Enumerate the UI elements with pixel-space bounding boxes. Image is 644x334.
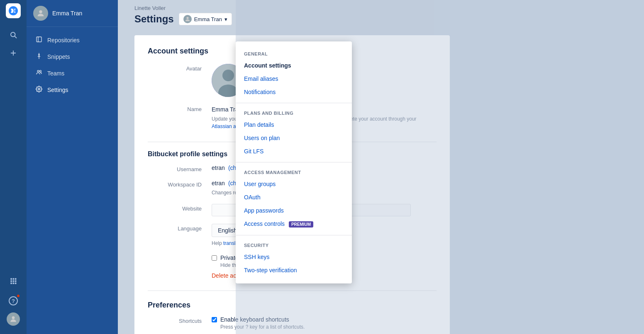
repositories-icon [35, 36, 43, 44]
help-button[interactable]: ? [5, 293, 22, 309]
menu-item-plan-details[interactable]: Plan details [236, 118, 352, 131]
apps-button[interactable] [5, 273, 22, 289]
svg-rect-13 [15, 283, 17, 284]
svg-rect-10 [15, 281, 17, 282]
sidebar: Emma Tran Repositories Snippets [27, 0, 118, 334]
snippets-label: Snippets [47, 53, 70, 60]
menu-section-general: GENERAL [236, 48, 352, 59]
menu-item-app-passwords[interactable]: App passwords [236, 204, 352, 217]
teams-label: Teams [47, 70, 64, 77]
main-content: Linette Voller Settings Emma Tran ▾ GENE… [118, 0, 644, 334]
menu-item-oauth[interactable]: OAuth [236, 191, 352, 204]
snippets-icon [35, 53, 43, 61]
teams-icon [35, 69, 43, 77]
app-logo[interactable] [6, 3, 21, 18]
workspace-id-value: etran [212, 180, 225, 186]
menu-section-security: SECURITY [236, 240, 352, 250]
private-profile-checkbox[interactable] [212, 255, 217, 261]
sidebar-item-teams[interactable]: Teams [28, 65, 116, 82]
create-button[interactable] [5, 45, 22, 61]
avatar-label: Avatar [148, 64, 202, 72]
menu-item-notifications[interactable]: Notifications [236, 85, 352, 99]
page-title: Settings [134, 13, 174, 25]
svg-line-2 [15, 36, 16, 38]
username-value: etran [212, 165, 225, 171]
settings-icon [35, 86, 43, 94]
sidebar-item-snippets[interactable]: Snippets [28, 48, 116, 65]
svg-point-24 [38, 88, 40, 90]
user-switcher-chevron: ▾ [224, 16, 227, 22]
sidebar-nav: Repositories Snippets [27, 27, 118, 334]
svg-rect-8 [10, 281, 12, 282]
sidebar-item-settings[interactable]: Settings [28, 82, 116, 98]
menu-item-two-step[interactable]: Two-step verification [236, 264, 352, 277]
svg-point-25 [186, 17, 188, 19]
menu-item-ssh-keys[interactable]: SSH keys [236, 250, 352, 264]
private-profile-label-empty [148, 254, 202, 256]
name-label: Name [148, 104, 202, 112]
menu-divider-3 [236, 235, 352, 235]
icon-bar: ? [0, 0, 27, 334]
sidebar-user: Emma Tran [27, 0, 118, 27]
svg-point-14 [12, 316, 15, 319]
svg-point-22 [37, 70, 39, 72]
repositories-label: Repositories [47, 37, 80, 44]
menu-item-git-lfs[interactable]: Git LFS [236, 145, 352, 158]
premium-badge: PREMIUM [289, 221, 313, 228]
user-switcher-label: Emma Tran [194, 16, 222, 22]
menu-item-email-aliases[interactable]: Email aliases [236, 72, 352, 85]
language-label: Language [148, 224, 202, 232]
workspace-id-label: Workspace ID [148, 180, 202, 188]
search-button[interactable] [5, 27, 22, 43]
svg-rect-9 [13, 281, 15, 282]
menu-item-access-controls[interactable]: Access controls PREMIUM [236, 217, 352, 231]
shortcuts-label: Shortcuts [148, 316, 202, 324]
svg-rect-16 [37, 37, 41, 42]
settings-label: Settings [47, 87, 68, 93]
menu-item-user-groups[interactable]: User groups [236, 177, 352, 191]
menu-divider-2 [236, 162, 352, 162]
svg-rect-7 [15, 278, 17, 280]
sidebar-user-avatar [33, 6, 48, 21]
sidebar-user-name: Emma Tran [52, 10, 82, 17]
svg-rect-12 [13, 283, 15, 284]
svg-point-23 [39, 70, 41, 72]
sidebar-item-repositories[interactable]: Repositories [28, 32, 116, 48]
menu-item-account-settings[interactable]: Account settings [236, 59, 352, 72]
svg-rect-6 [13, 278, 15, 280]
username-label: Username [148, 165, 202, 172]
user-avatar-icon[interactable] [7, 312, 20, 326]
svg-rect-5 [10, 278, 12, 280]
svg-point-15 [39, 10, 42, 13]
shortcuts-checkbox[interactable] [212, 317, 217, 322]
svg-point-27 [222, 70, 234, 81]
menu-item-users-on-plan[interactable]: Users on plan [236, 131, 352, 145]
dropdown-menu: GENERAL Account settings Email aliases N… [236, 41, 352, 283]
svg-rect-11 [10, 283, 12, 284]
menu-section-plans: PLANS AND BILLING [236, 107, 352, 118]
menu-section-access: ACCESS MANAGEMENT [236, 167, 352, 177]
menu-divider-1 [236, 103, 352, 103]
user-switcher[interactable]: Emma Tran ▾ [179, 13, 232, 25]
website-label: Website [148, 204, 202, 212]
